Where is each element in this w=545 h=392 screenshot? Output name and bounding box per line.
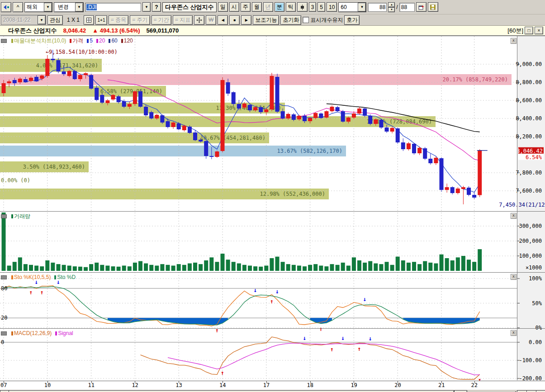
- period-hour-button[interactable]: 시: [229, 2, 239, 12]
- date-select: 2008-11-22 ▼: [1, 15, 46, 25]
- split-layout-button[interactable]: 1+1: [95, 15, 107, 25]
- grid-layout-button[interactable]: [84, 15, 94, 25]
- pan-button[interactable]: [194, 15, 204, 25]
- candle-body: [259, 107, 263, 112]
- volume-bar: [111, 266, 115, 271]
- volume-bar: [297, 265, 301, 271]
- minute-10-button[interactable]: 10: [327, 2, 337, 12]
- minute-select-value: 60: [339, 3, 358, 11]
- candle-body: [401, 142, 405, 149]
- help-icon: ?: [155, 4, 158, 10]
- horizontal-scrollbar[interactable]: ◀ ▶: [0, 389, 545, 392]
- volume-bar: [199, 264, 203, 271]
- volume-bar: [330, 264, 334, 271]
- candle-body: [7, 81, 11, 83]
- scroll-next-button[interactable]: ▶: [241, 15, 251, 25]
- macd-pane-close-icon[interactable]: x: [511, 330, 517, 336]
- new-window-button[interactable]: +: [416, 2, 427, 12]
- period-day-button[interactable]: 일: [218, 2, 228, 12]
- candle-body: [478, 151, 482, 195]
- symbol-input[interactable]: .DJI: [85, 3, 141, 12]
- bar-count-spinner[interactable]: ▲ ▼: [388, 2, 395, 12]
- volume-bar: [128, 266, 132, 271]
- volume-bar: [188, 264, 192, 271]
- volume-bar: [182, 265, 186, 271]
- scrollbar-thumb[interactable]: [9, 390, 454, 392]
- macd-down-arrow-icon: ↓: [341, 335, 345, 341]
- scroll-prev-button[interactable]: ◀: [218, 15, 228, 25]
- reset-button[interactable]: 초기화: [280, 15, 301, 25]
- scrollbar-right-button[interactable]: ▶: [454, 390, 467, 392]
- date-select-value: 2008-11-22: [1, 16, 38, 24]
- volume-axis-label: 100,000: [519, 253, 542, 259]
- help-button[interactable]: ?: [152, 2, 161, 12]
- chart-svg[interactable]: 4.02% (171,341,620)20.17% (858,749,220)6…: [0, 36, 545, 381]
- period-tick-button[interactable]: 틱: [286, 2, 296, 12]
- favorites-button[interactable]: 관심: [47, 15, 63, 25]
- volume-bar: [368, 261, 372, 271]
- x-axis-label: 14: [219, 382, 226, 388]
- volume-profile-label: 3.50% (148,923,460): [23, 164, 85, 170]
- candle-style-button[interactable]: [297, 2, 308, 12]
- quote-button[interactable]: 호가: [344, 15, 360, 25]
- back-icon[interactable]: [1, 2, 11, 12]
- symbol-dropdown-button[interactable]: ▼: [142, 2, 151, 12]
- period-week-button[interactable]: 주: [241, 2, 251, 12]
- candle-body: [313, 113, 318, 118]
- period-minute-button[interactable]: 분: [275, 2, 284, 12]
- maximize-button[interactable]: □: [525, 27, 533, 34]
- aux-functions-button[interactable]: 보조기능: [253, 15, 279, 25]
- volume-bar: [45, 260, 49, 271]
- minute-3-button[interactable]: 3: [309, 2, 317, 12]
- macd-up-arrow-icon: ↑: [478, 377, 482, 381]
- volume-bar: [379, 264, 383, 271]
- minute-select[interactable]: 60 ▼: [338, 2, 366, 12]
- x-axis-label: 21: [438, 382, 445, 388]
- titlebar-change: ▲ 494.13 (6.54%): [92, 27, 140, 34]
- volume-bar: [248, 265, 252, 271]
- period-month-button[interactable]: 월: [252, 2, 262, 12]
- collapse-up-button[interactable]: ^: [13, 2, 23, 12]
- macd-down-arrow-icon: ↓: [369, 335, 372, 342]
- spin-up-icon: ▲: [388, 2, 395, 7]
- chart-area[interactable]: 4.02% (171,341,620)20.17% (858,749,220)6…: [0, 36, 545, 381]
- candle-body: [128, 104, 132, 107]
- zoom-reset-button[interactable]: [536, 390, 545, 392]
- candle-body: [368, 116, 372, 124]
- stop-button[interactable]: ■: [229, 15, 240, 25]
- move-icon: [196, 17, 202, 23]
- candle-body: [396, 128, 400, 142]
- change-select[interactable]: 변경 ▼: [54, 2, 84, 12]
- volume-profile-label: 10.67% (454,281,480): [200, 135, 266, 141]
- spin-down-icon: ▼: [388, 7, 395, 12]
- sto-pane-close-icon[interactable]: x: [511, 274, 517, 280]
- volume-bar: [51, 263, 55, 271]
- minute-5-button[interactable]: 5: [318, 2, 325, 12]
- candle-body: [357, 109, 361, 113]
- candle-body: [417, 148, 422, 153]
- volume-pane-close-icon[interactable]: x: [511, 213, 517, 219]
- keep-count-checkbox[interactable]: [303, 17, 309, 23]
- candle-body: [45, 59, 49, 76]
- volume-bar: [7, 265, 11, 271]
- volume-bar: [352, 257, 356, 271]
- market-select[interactable]: 해외 ▼: [24, 2, 52, 12]
- close-button[interactable]: ×: [535, 27, 543, 34]
- count-separator: /: [396, 4, 398, 10]
- candle-body: [242, 104, 246, 108]
- volume-bar: [221, 254, 225, 271]
- price-pane-close-icon[interactable]: x: [511, 38, 517, 44]
- candle-body: [303, 116, 307, 121]
- bar-count-input[interactable]: 88: [368, 3, 387, 12]
- volume-bar: [357, 260, 361, 271]
- candle-body: [73, 71, 77, 79]
- candle-body: [166, 121, 170, 127]
- volume-bar: [440, 255, 444, 271]
- save-button[interactable]: [428, 2, 438, 12]
- candle-body: [237, 104, 241, 109]
- candle-body: [264, 109, 268, 112]
- keep-count-label: 표시개수유지: [310, 16, 343, 24]
- candle-body: [149, 112, 153, 118]
- sto-down-arrow-icon: ↓: [35, 279, 38, 285]
- candle-body: [13, 80, 17, 83]
